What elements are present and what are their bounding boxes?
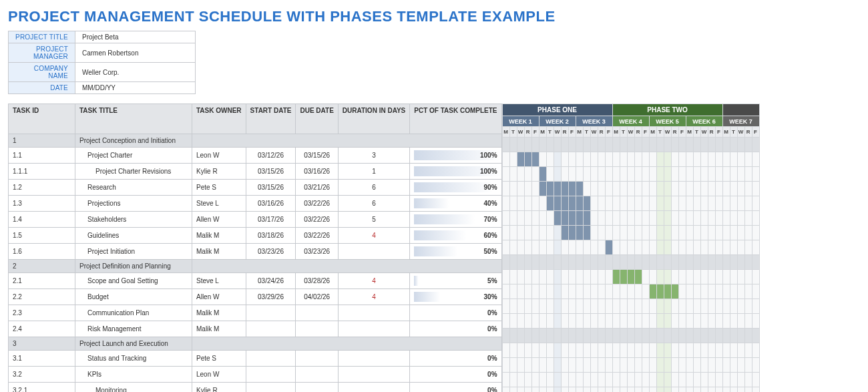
gantt-row: [502, 240, 759, 255]
gantt-cell: [671, 167, 678, 182]
gantt-cell: [708, 358, 715, 373]
task-row[interactable]: 2.3Communication PlanMalik M0%: [9, 305, 502, 321]
task-row[interactable]: 1.4StakeholdersAllen W03/17/2603/22/2657…: [9, 212, 502, 228]
meta-val-pm[interactable]: Carmen Robertson: [75, 43, 196, 63]
gantt-cell: [524, 182, 531, 196]
gantt-cell: [686, 270, 693, 284]
gantt-cell: [715, 152, 722, 167]
gantt-cell: [708, 387, 715, 393]
gantt-cell: [715, 314, 722, 329]
gantt-cell: [517, 152, 524, 167]
gantt-cell: [664, 226, 671, 240]
task-row[interactable]: 2.2BudgetAllen W03/29/2604/02/26430%: [9, 289, 502, 305]
task-row[interactable]: 3Project Launch and Execution: [9, 337, 502, 351]
owner-cell: Leon W: [192, 367, 246, 383]
gantt-cell: [546, 226, 554, 240]
meta-val-company[interactable]: Weller Corp.: [75, 63, 196, 82]
gantt-cell: [686, 284, 693, 299]
day-header: M: [722, 127, 730, 138]
task-row[interactable]: 1.6Project InitiationMalik M03/23/2603/2…: [9, 244, 502, 260]
task-row[interactable]: 2.1Scope and Goal SettingSteve L03/24/26…: [9, 273, 502, 289]
gantt-cell: [546, 196, 554, 211]
task-row[interactable]: 1.3ProjectionsSteve L03/16/2603/22/26640…: [9, 196, 502, 212]
gantt-cell: [583, 182, 590, 196]
gantt-cell: [620, 314, 627, 329]
task-row[interactable]: 2Project Definition and Planning: [9, 260, 502, 273]
gantt-cell: [620, 373, 627, 387]
gantt-cell: [693, 387, 700, 393]
gantt-cell: [524, 196, 531, 211]
gantt-cell: [546, 138, 554, 152]
gantt-cell: [744, 182, 752, 196]
gantt-cell: [708, 299, 715, 314]
gantt-cell: [605, 196, 612, 211]
gantt-cell: [678, 196, 686, 211]
gantt-cell: [598, 373, 605, 387]
gantt-cell: [730, 284, 737, 299]
task-row[interactable]: 3.2KPIsLeon W0%: [9, 367, 502, 383]
gantt-cell: [539, 329, 546, 343]
task-row[interactable]: 3.2.1MonitoringKylie R0%: [9, 383, 502, 393]
owner-cell: Pete S: [192, 351, 246, 367]
col-duration: DURATION IN DAYS: [338, 104, 409, 134]
gantt-cell: [722, 314, 730, 329]
due-cell: 03/16/26: [296, 164, 338, 180]
gantt-cell: [730, 387, 737, 393]
task-id-cell: 2: [9, 260, 75, 273]
col-task-title: TASK TITLE: [75, 104, 192, 134]
meta-val-date[interactable]: MM/DD/YY: [75, 82, 196, 94]
day-header: W: [700, 127, 708, 138]
gantt-cell: [554, 270, 561, 284]
gantt-cell: [722, 196, 730, 211]
task-row[interactable]: 3.1Status and TrackingPete S0%: [9, 351, 502, 367]
dur-cell: 4: [338, 228, 409, 244]
gantt-cell: [722, 387, 730, 393]
gantt-cell: [509, 211, 517, 226]
pct-cell: 50%: [410, 244, 501, 260]
task-row[interactable]: 1Project Conception and Initiation: [9, 134, 502, 148]
gantt-cell: [678, 373, 686, 387]
gantt-cell: [678, 358, 686, 373]
task-row[interactable]: 2.4Risk ManagementMalik M0%: [9, 321, 502, 337]
gantt-cell: [744, 226, 752, 240]
gantt-cell: [517, 167, 524, 182]
task-id-cell: 1.4: [9, 212, 75, 228]
day-header: T: [620, 127, 627, 138]
gantt-cell: [554, 299, 561, 314]
gantt-cell: [664, 284, 671, 299]
gantt-cell: [546, 211, 554, 226]
gantt-cell: [620, 343, 627, 358]
meta-val-project-title[interactable]: Project Beta: [75, 31, 196, 43]
gantt-cell: [700, 373, 708, 387]
task-row[interactable]: 1.1.1Project Charter RevisionsKylie R03/…: [9, 164, 502, 180]
task-row[interactable]: 1.1Project CharterLeon W03/12/2603/15/26…: [9, 148, 502, 164]
task-row[interactable]: 1.2ResearchPete S03/15/2603/21/26690%: [9, 180, 502, 196]
gantt-cell: [634, 240, 642, 255]
task-row[interactable]: 1.5GuidelinesMalik M03/18/2603/22/26460%: [9, 228, 502, 244]
gantt-cell: [612, 299, 620, 314]
gantt-cell: [590, 226, 598, 240]
gantt-cell: [715, 270, 722, 284]
col-pct: PCT OF TASK COMPLETE: [410, 104, 501, 134]
gantt-cell: [752, 138, 759, 152]
gantt-cell: [656, 255, 664, 270]
task-id-cell: 3.1: [9, 351, 75, 367]
gantt-cell: [590, 373, 598, 387]
gantt-cell: [554, 373, 561, 387]
gantt-cell: [656, 343, 664, 358]
gantt-cell: [583, 138, 590, 152]
task-id-cell: 1.2: [9, 180, 75, 196]
gantt-cell: [642, 373, 649, 387]
due-cell: 03/22/26: [296, 196, 338, 212]
gantt-cell: [568, 329, 576, 343]
gantt-cell: [561, 240, 568, 255]
gantt-cell: [642, 358, 649, 373]
gantt-cell: [524, 299, 531, 314]
gantt-cell: [502, 343, 509, 358]
gantt-cell: [509, 314, 517, 329]
gantt-row: [502, 314, 759, 329]
gantt-row: [502, 211, 759, 226]
gantt-cell: [605, 138, 612, 152]
gantt-cell: [612, 387, 620, 393]
gantt-cell: [700, 240, 708, 255]
